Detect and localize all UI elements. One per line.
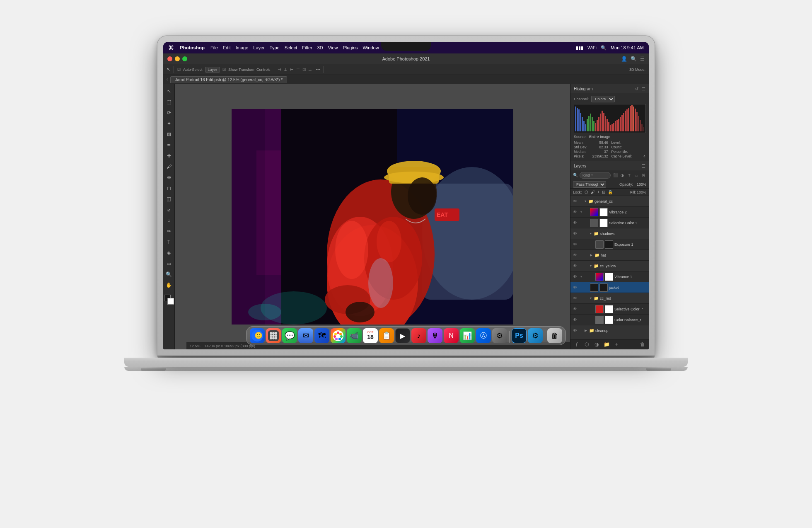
- layers-menu-icon[interactable]: ☰: [642, 164, 645, 168]
- histogram-refresh-icon[interactable]: ↺: [635, 87, 638, 91]
- layer-item[interactable]: 👁 ▾ 📁 cc_red: [570, 293, 649, 304]
- align-left-icon[interactable]: ⊣: [278, 67, 281, 72]
- layer-item[interactable]: 👁 ▾ 📁 left_arm: [570, 336, 649, 339]
- layer-item[interactable]: 👁 ▾ 📁 cc_yellow: [570, 261, 649, 271]
- dock-calendar[interactable]: OCT 18: [363, 328, 378, 343]
- menu-file[interactable]: File: [210, 45, 218, 50]
- dock-systemprefs-2[interactable]: ⚙: [528, 328, 543, 343]
- menu-select[interactable]: Select: [285, 45, 297, 50]
- layer-visibility-toggle[interactable]: 👁: [572, 328, 578, 334]
- layer-visibility-toggle[interactable]: 👁: [572, 231, 578, 237]
- layer-item[interactable]: 👁 Selective Color 1: [570, 218, 649, 228]
- layer-item[interactable]: 👁 ▶ 📁 cleanup: [570, 325, 649, 336]
- add-mask-button[interactable]: ⬡: [583, 341, 590, 348]
- layers-filter-kind[interactable]: Kind ▾: [580, 172, 611, 179]
- layer-visibility-toggle[interactable]: 👁: [572, 263, 578, 269]
- filter-pixel-icon[interactable]: ⬛: [612, 172, 618, 178]
- tool-path[interactable]: ◈: [164, 248, 174, 257]
- tool-pen[interactable]: ✏: [164, 227, 174, 236]
- histogram-menu-icon[interactable]: ☰: [642, 87, 645, 91]
- layer-visibility-toggle[interactable]: 👁: [572, 306, 578, 312]
- layers-panel-header[interactable]: Layers ☰: [570, 161, 649, 170]
- expand-arrow[interactable]: ▶: [585, 329, 587, 332]
- dock-numbers[interactable]: 📊: [460, 328, 475, 343]
- layer-item[interactable]: 👁 ▶ 📁 hat: [570, 250, 649, 261]
- tool-hand[interactable]: ✋: [164, 281, 174, 290]
- dock-appstore[interactable]: Ⓐ: [476, 328, 491, 343]
- filter-shape-icon[interactable]: ▭: [633, 172, 639, 178]
- layer-visibility-toggle[interactable]: 👁: [572, 252, 578, 258]
- tool-blur[interactable]: ⌀: [164, 205, 174, 214]
- dock-photos[interactable]: [331, 328, 346, 343]
- add-group-button[interactable]: 📁: [603, 341, 610, 348]
- tool-brush[interactable]: 🖌: [164, 162, 174, 171]
- lock-transparent-icon[interactable]: ⬡: [585, 190, 588, 194]
- move-tool-icon[interactable]: ↖: [167, 67, 170, 72]
- minimize-button[interactable]: [175, 56, 180, 61]
- expand-arrow[interactable]: ▾: [585, 199, 586, 203]
- menu-plugins[interactable]: Plugins: [343, 45, 358, 50]
- layer-item[interactable]: 👁 ▾ 📁 general_cc: [570, 196, 649, 207]
- dock-systemprefs[interactable]: ⚙: [492, 328, 507, 343]
- dock-messages[interactable]: 💬: [282, 328, 297, 343]
- dock-music[interactable]: ♪: [411, 328, 426, 343]
- lock-image-icon[interactable]: 🖌: [591, 190, 595, 194]
- tool-crop[interactable]: ⊠: [164, 130, 174, 139]
- tool-move[interactable]: ↖: [164, 87, 174, 96]
- show-transform-checkbox[interactable]: ☑: [222, 68, 226, 72]
- tool-shape[interactable]: ▭: [164, 259, 174, 268]
- menu-view[interactable]: View: [328, 45, 338, 50]
- layer-visibility-toggle[interactable]: 👁: [572, 274, 578, 280]
- more-options-btn[interactable]: •••: [316, 67, 321, 72]
- menu-edit[interactable]: Edit: [223, 45, 231, 50]
- align-bottom-icon[interactable]: ⊥: [308, 67, 312, 72]
- align-middle-icon[interactable]: ⊡: [302, 67, 306, 72]
- expand-arrow[interactable]: ▾: [590, 232, 592, 235]
- dock-news[interactable]: N: [444, 328, 459, 343]
- tool-dodge[interactable]: ○: [164, 216, 174, 225]
- fill-value[interactable]: 100%: [637, 190, 646, 194]
- layer-visibility-toggle[interactable]: 👁: [572, 295, 578, 301]
- layer-item[interactable]: 👁 jacket: [570, 282, 649, 293]
- add-adjustment-button[interactable]: ◑: [593, 341, 600, 348]
- tool-lasso[interactable]: ⟳: [164, 108, 174, 117]
- apple-menu[interactable]: ⌘: [168, 44, 174, 51]
- tool-healing[interactable]: ✚: [164, 151, 174, 160]
- tool-magic-wand[interactable]: ✦: [164, 119, 174, 128]
- layer-visibility-toggle[interactable]: 👁: [572, 285, 578, 291]
- menubar-app-name[interactable]: Photoshop: [180, 45, 205, 50]
- layer-item[interactable]: 👁 ▾ Vibrance 2: [570, 207, 649, 218]
- align-center-icon[interactable]: ⊥: [284, 67, 288, 72]
- dock-maps[interactable]: 🗺: [314, 328, 329, 343]
- ps-menu-icon[interactable]: ☰: [640, 56, 645, 62]
- add-layer-button[interactable]: +: [613, 341, 620, 348]
- channel-select[interactable]: Colors RGB Red Green Blue: [591, 96, 615, 102]
- layer-item[interactable]: 👁 Selective Color_r: [570, 304, 649, 315]
- foreground-background-colors[interactable]: [164, 295, 174, 305]
- back-nav-icon[interactable]: ‹: [167, 77, 168, 82]
- tool-eyedropper[interactable]: ✒: [164, 140, 174, 150]
- tool-zoom[interactable]: 🔍: [164, 270, 174, 279]
- dock-appletv[interactable]: ▶: [395, 328, 410, 343]
- filter-text-icon[interactable]: T: [626, 172, 632, 178]
- maximize-button[interactable]: [182, 56, 187, 61]
- menu-image[interactable]: Image: [236, 45, 249, 50]
- document-tab[interactable]: Jamil Portrait 16 Edit.psb @ 12.5% (gene…: [170, 76, 287, 83]
- expand-arrow[interactable]: ▾: [590, 264, 592, 268]
- align-top-icon[interactable]: ⊤: [296, 67, 300, 72]
- menubar-search[interactable]: 🔍: [601, 45, 607, 51]
- dock-mail[interactable]: ✉: [298, 328, 313, 343]
- layer-item[interactable]: 👁 ▾ 📁 shadows: [570, 228, 649, 239]
- dock-finder[interactable]: 🙂: [250, 328, 265, 343]
- filter-adjustment-icon[interactable]: ◑: [619, 172, 625, 178]
- layer-visibility-toggle[interactable]: 👁: [572, 242, 578, 247]
- lock-all-icon[interactable]: 🔒: [608, 190, 613, 194]
- layer-visibility-toggle[interactable]: 👁: [572, 199, 578, 204]
- align-right-icon[interactable]: ⊢: [290, 67, 294, 72]
- background-color[interactable]: [167, 298, 174, 305]
- lock-artboard-icon[interactable]: ⊟: [602, 190, 605, 194]
- dock-reminders[interactable]: 📋: [379, 328, 394, 343]
- menu-filter[interactable]: Filter: [302, 45, 312, 50]
- layer-item[interactable]: 👁 Exposure 1: [570, 239, 649, 250]
- layer-item[interactable]: 👁 Color Balance_r: [570, 315, 649, 325]
